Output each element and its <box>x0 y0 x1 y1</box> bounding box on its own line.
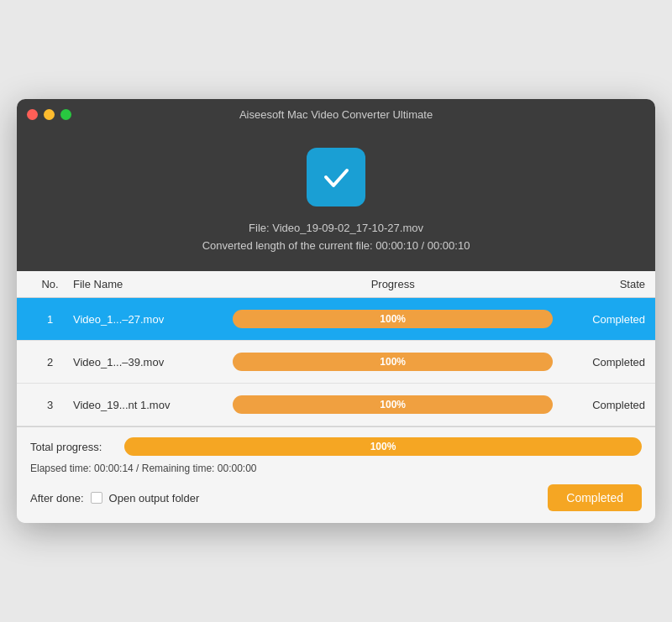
maximize-button[interactable] <box>60 109 71 120</box>
title-bar: Aiseesoft Mac Video Converter Ultimate <box>17 99 655 131</box>
total-progress-label: Total progress: <box>30 441 114 453</box>
row-1-no: 1 <box>27 313 73 326</box>
file-label: File: Video_19-09-02_17-10-27.mov <box>202 220 470 238</box>
after-done-row: After done: Open output folder Completed <box>30 484 642 511</box>
after-done-left: After done: Open output folder <box>30 492 199 504</box>
row-1-progress-container: 100% <box>233 310 553 328</box>
open-output-label: Open output folder <box>109 492 200 504</box>
table-row[interactable]: 1 Video_1...–27.mov 100% Completed <box>17 298 655 341</box>
footer-area: Total progress: 100% Elapsed time: 00:00… <box>17 426 655 523</box>
col-header-no: No. <box>27 278 73 290</box>
row-2-no: 2 <box>27 356 73 368</box>
elapsed-time-label: Elapsed time: 00:00:14 / Remaining time:… <box>30 463 642 474</box>
row-3-progress-container: 100% <box>233 395 553 414</box>
row-1-filename: Video_1...–27.mov <box>73 313 233 326</box>
header-area: File: Video_19-09-02_17-10-27.mov Conver… <box>17 131 655 272</box>
converted-length: Converted length of the current file: 00… <box>202 238 470 255</box>
row-2-progress-container: 100% <box>233 353 553 371</box>
total-progress-value: 100% <box>370 441 396 452</box>
col-header-progress: Progress <box>233 278 553 290</box>
total-progress-bar: 100% <box>124 437 642 456</box>
table-header: No. File Name Progress State <box>17 271 655 298</box>
row-3-no: 3 <box>27 399 73 411</box>
col-header-state: State <box>553 278 645 290</box>
main-window: Aiseesoft Mac Video Converter Ultimate F… <box>17 99 655 524</box>
open-output-checkbox[interactable] <box>91 492 102 504</box>
row-1-progress-bar: 100% <box>233 310 553 328</box>
col-header-filename: File Name <box>73 278 233 290</box>
row-2-state: Completed <box>553 356 645 368</box>
row-1-state: Completed <box>553 313 645 326</box>
row-3-state: Completed <box>553 399 645 411</box>
row-3-filename: Video_19...nt 1.mov <box>73 399 233 411</box>
row-2-progress-bar: 100% <box>233 353 553 371</box>
after-done-label: After done: <box>30 492 84 504</box>
completed-button[interactable]: Completed <box>548 484 642 511</box>
traffic-lights <box>27 109 71 120</box>
row-3-progress-bar: 100% <box>233 395 553 414</box>
checkmark-icon <box>319 160 353 194</box>
file-table: No. File Name Progress State 1 Video_1..… <box>17 271 655 426</box>
checkmark-circle <box>307 148 365 206</box>
file-info: File: Video_19-09-02_17-10-27.mov Conver… <box>202 220 470 255</box>
minimize-button[interactable] <box>44 109 55 120</box>
total-progress-row: Total progress: 100% <box>30 437 642 456</box>
row-1-progress-label: 100% <box>380 313 406 325</box>
table-row[interactable]: 3 Video_19...nt 1.mov 100% Completed <box>17 384 655 426</box>
row-3-progress-label: 100% <box>380 399 406 410</box>
close-button[interactable] <box>27 109 38 120</box>
window-title: Aiseesoft Mac Video Converter Ultimate <box>239 108 433 121</box>
row-2-filename: Video_1...–39.mov <box>73 356 233 368</box>
row-2-progress-label: 100% <box>380 356 406 368</box>
table-row[interactable]: 2 Video_1...–39.mov 100% Completed <box>17 341 655 384</box>
